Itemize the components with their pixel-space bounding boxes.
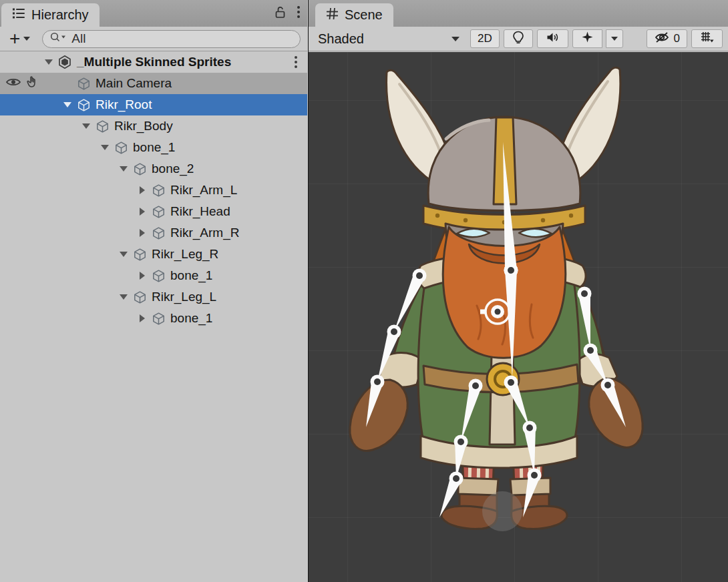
row-label: Rikr_Arm_L	[170, 183, 237, 198]
hierarchy-row[interactable]: Rikr_Leg_R	[0, 244, 307, 265]
row-visibility-gutter	[0, 244, 41, 265]
search-value: All	[71, 31, 85, 46]
row-label: Rikr_Leg_R	[152, 247, 218, 262]
gameobject-cube-icon	[94, 119, 111, 133]
gameobject-cube-icon	[150, 205, 167, 219]
row-visibility-gutter	[0, 265, 41, 286]
row-label: Rikr_Leg_L	[152, 290, 216, 304]
hierarchy-search-input[interactable]: All	[42, 30, 301, 48]
effects-star-icon	[581, 31, 594, 47]
row-visibility-gutter	[0, 308, 41, 329]
search-icon	[49, 31, 67, 46]
chevron-down-icon	[23, 37, 30, 41]
hierarchy-row[interactable]: Main Camera	[0, 73, 307, 94]
hierarchy-tab-strip: Hierarchy	[0, 0, 307, 27]
hierarchy-row[interactable]: Rikr_Arm_L	[0, 180, 307, 201]
foldout-arrow[interactable]	[116, 252, 131, 257]
row-label: bone_1	[133, 140, 175, 155]
scene-panel: Scene Shaded 2D	[308, 0, 728, 582]
pickability-hand-icon[interactable]	[25, 75, 39, 92]
scene-audio-button[interactable]	[537, 29, 568, 48]
row-visibility-gutter	[0, 51, 41, 73]
row-visibility-gutter	[0, 222, 41, 244]
row-label: _Multiple Skinned Sprites	[77, 55, 231, 69]
draw-mode-label: Shaded	[318, 31, 364, 47]
row-label: bone_2	[152, 162, 194, 176]
hierarchy-row[interactable]: _Multiple Skinned Sprites	[0, 51, 307, 73]
row-visibility-gutter	[0, 158, 41, 180]
foldout-arrow[interactable]	[98, 145, 112, 150]
row-label: Rikr_Arm_R	[170, 226, 239, 240]
gameobject-cube-icon	[150, 184, 167, 198]
foldout-arrow[interactable]	[135, 208, 150, 216]
foldout-arrow[interactable]	[116, 294, 131, 300]
plus-icon: +	[9, 29, 20, 48]
gameobject-cube-icon	[150, 226, 167, 240]
tab-hierarchy-label: Hierarchy	[31, 7, 89, 23]
scene-lighting-button[interactable]	[504, 29, 533, 48]
foldout-arrow[interactable]	[135, 314, 150, 322]
gameobject-cube-icon	[150, 269, 167, 283]
scene-tab-strip: Scene	[309, 0, 728, 27]
tab-hierarchy[interactable]: Hierarchy	[1, 3, 100, 27]
hierarchy-list-icon	[12, 7, 25, 23]
hierarchy-row[interactable]: Rikr_Body	[0, 115, 307, 137]
gameobject-cube-icon	[75, 77, 92, 91]
scene-options-kebab-icon[interactable]	[294, 55, 298, 73]
gameobject-cube-icon	[75, 98, 92, 112]
hierarchy-panel: Hierarchy + All _M	[0, 0, 307, 582]
gameobject-cube-icon	[131, 248, 148, 262]
foldout-arrow[interactable]	[135, 272, 150, 280]
draw-mode-dropdown[interactable]: Shaded	[314, 29, 466, 49]
gameobject-cube-icon	[131, 290, 148, 304]
foldout-arrow[interactable]	[41, 59, 56, 65]
foldout-arrow[interactable]	[79, 123, 94, 129]
row-label: bone_1	[170, 268, 212, 283]
unity-editor-window: { "hierarchy_panel": { "tab_label": "Hie…	[0, 0, 728, 582]
foldout-arrow[interactable]	[135, 229, 150, 237]
hierarchy-row[interactable]: Rikr_Leg_L	[0, 286, 307, 308]
chevron-down-icon	[611, 37, 618, 41]
lock-icon[interactable]	[275, 5, 286, 21]
gameobject-cube-icon	[150, 312, 167, 326]
chevron-down-icon	[451, 37, 460, 41]
row-visibility-gutter	[0, 201, 41, 222]
row-label: Rikr_Body	[114, 119, 173, 133]
hierarchy-row[interactable]: Rikr_Root	[0, 94, 307, 115]
row-visibility-gutter	[0, 94, 41, 115]
scene-effects-button[interactable]	[572, 29, 602, 48]
row-label: Main Camera	[96, 76, 172, 91]
hierarchy-row[interactable]: bone_2	[0, 158, 307, 180]
hierarchy-row[interactable]: bone_1	[0, 308, 307, 329]
toggle-2d-button[interactable]: 2D	[470, 29, 500, 48]
foldout-arrow[interactable]	[135, 186, 150, 194]
scene-effects-dropdown[interactable]	[606, 29, 623, 48]
speaker-icon	[546, 31, 560, 47]
hierarchy-toolbar: + All	[0, 27, 307, 51]
hierarchy-row[interactable]: Rikr_Head	[0, 201, 307, 222]
row-visibility-gutter	[0, 286, 41, 308]
grid-settings-button[interactable]	[691, 29, 723, 48]
hidden-count-label: 0	[674, 32, 680, 45]
scene-viewport[interactable]	[309, 52, 728, 582]
hierarchy-row[interactable]: bone_1	[0, 265, 307, 286]
row-visibility-gutter	[0, 180, 41, 201]
hierarchy-row[interactable]: bone_1	[0, 137, 307, 158]
row-label: Rikr_Root	[96, 97, 152, 112]
hierarchy-row[interactable]: Rikr_Arm_R	[0, 222, 307, 244]
foldout-arrow[interactable]	[116, 166, 131, 172]
scene-canvas[interactable]	[309, 52, 728, 582]
toggle-2d-label: 2D	[478, 32, 492, 45]
tab-scene[interactable]: Scene	[315, 3, 393, 27]
visibility-eye-icon[interactable]	[5, 76, 21, 91]
row-visibility-gutter[interactable]	[0, 73, 41, 94]
gameobject-cube-icon	[131, 162, 148, 176]
unity-scene-icon	[56, 55, 73, 69]
hierarchy-tree: _Multiple Skinned SpritesMain CameraRikr…	[0, 51, 307, 582]
pane-menu-kebab-icon[interactable]	[297, 5, 301, 22]
foldout-arrow[interactable]	[60, 102, 75, 107]
scene-visibility-button[interactable]: 0	[647, 29, 687, 48]
create-object-button[interactable]: +	[5, 29, 34, 48]
scene-toolbar: Shaded 2D	[309, 27, 728, 51]
row-visibility-gutter	[0, 137, 41, 158]
